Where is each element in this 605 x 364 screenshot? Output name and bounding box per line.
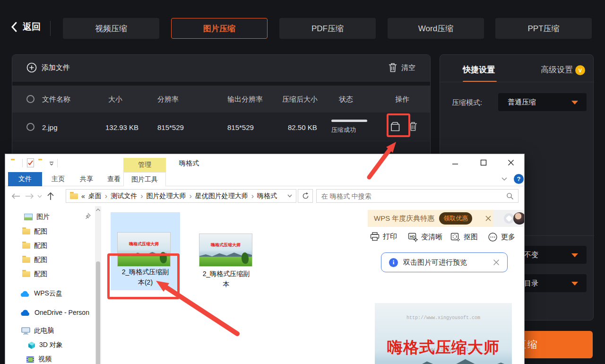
col-filename: 文件名称 [42, 95, 70, 104]
sidebar-item-videos[interactable]: 视频 [26, 353, 52, 364]
sidebar-item-peitu-2[interactable]: 配图 [22, 240, 47, 252]
nav-recent-caret-icon[interactable] [37, 195, 42, 198]
col-compressed-size: 压缩后大小 [282, 95, 318, 104]
wps-banner-promo[interactable]: WPS 年度庆典特惠 领取优惠 [368, 210, 493, 227]
file-label-copy1: 2_嗨格式压缩副本 [191, 269, 261, 289]
maximize-button[interactable] [480, 159, 487, 166]
this-pc-icon [21, 327, 30, 335]
tab-quick-settings[interactable]: 快捷设置 [463, 64, 495, 75]
explorer-titlebar[interactable]: 管理 嗨格式 [5, 154, 525, 172]
banner-text: WPS 年度庆典特惠 [374, 214, 434, 223]
col-output-resolution: 输出分辨率 [227, 95, 263, 104]
sidebar-scrollbar[interactable] [95, 206, 101, 364]
help-button[interactable]: ? [514, 174, 524, 184]
search-input[interactable] [317, 190, 501, 202]
minimize-button[interactable] [452, 160, 458, 167]
ribbon-collapse-icon[interactable] [501, 177, 507, 181]
scroll-up-icon[interactable] [96, 208, 100, 211]
info-icon: i [389, 258, 398, 267]
banner-close-icon[interactable] [485, 216, 491, 221]
breadcrumb-haigeshi[interactable]: 嗨格式 [257, 192, 277, 200]
refresh-button[interactable] [298, 189, 313, 203]
breadcrumb-sep: › [140, 192, 143, 200]
pin-icon [85, 213, 91, 219]
col-status: 状态 [339, 95, 353, 104]
sidebar-item-wps-cloud[interactable]: WPS云盘 [20, 287, 62, 300]
ribbon-tab-share[interactable]: 共享 [73, 172, 100, 186]
table-row[interactable]: 2.jpg 132.93 KB 815*529 815*529 82.50 KB… [12, 113, 430, 142]
mode-dropdown[interactable]: 普通压缩 [498, 93, 587, 111]
tab-pdf-compress[interactable]: PDF压缩 [279, 18, 376, 39]
preview-tooltip: i 双击图片可进行预览 [381, 252, 508, 272]
close-button[interactable] [508, 159, 514, 166]
annotation-box-file-item [107, 253, 180, 299]
tab-video-compress[interactable]: 视频压缩 [63, 18, 159, 39]
select-all-checkbox[interactable] [26, 95, 35, 103]
cutout-button[interactable]: 抠图 [450, 232, 478, 242]
clear-button[interactable]: 清空 [388, 62, 415, 73]
add-file-label: 添加文件 [42, 63, 70, 72]
wps-member-icon[interactable] [504, 213, 514, 224]
row-checkbox[interactable] [26, 123, 35, 131]
tab-ppt-compress[interactable]: PPT压缩 [495, 18, 592, 39]
sidebar-item-peitu-3[interactable]: 配图 [22, 254, 47, 266]
breadcrumb-xingyou[interactable]: 星优图片处理大师 [195, 192, 248, 200]
tab-advanced-settings[interactable]: 高级设置 [541, 64, 573, 75]
preview-image[interactable]: http://www.xingyousoft.com http://www.xi… [375, 303, 512, 364]
sidebar-item-this-pc[interactable]: 此电脑 [21, 325, 54, 337]
cell-filename: 2.jpg [42, 123, 58, 131]
manage-contextual-tab[interactable]: 管理 [123, 158, 166, 172]
refresh-icon [302, 192, 309, 199]
print-button[interactable]: 打印 [370, 232, 397, 241]
file-toolbar: 添加文件 清空 [12, 55, 430, 82]
preview-caption: 嗨格式压缩大师 [375, 337, 512, 358]
sidebar-item-onedrive[interactable]: OneDrive - Person [20, 306, 98, 319]
breadcrumb-sep: › [251, 192, 254, 200]
scrollbar-thumb[interactable] [96, 261, 100, 364]
status-text: 压缩成功 [331, 126, 356, 134]
nav-up-icon[interactable] [47, 192, 54, 200]
table-header: 文件名称 大小 分辨率 输出分辨率 压缩后大小 状态 操作 [12, 86, 430, 113]
tab-image-compress[interactable]: 图片压缩 [171, 18, 268, 39]
tab-word-compress[interactable]: Word压缩 [388, 18, 484, 39]
window-title: 嗨格式 [179, 159, 199, 168]
sidebar-item-peitu-1[interactable]: 配图 [22, 225, 47, 238]
quick-access-check-icon[interactable] [27, 158, 34, 167]
breadcrumb-image-master[interactable]: 图片处理大师 [146, 192, 186, 200]
print-icon [370, 232, 380, 241]
cell-size: 132.93 KB [105, 123, 138, 131]
sidebar-item-3d-objects[interactable]: 3D 对象 [28, 339, 63, 351]
breadcrumb-test-files[interactable]: 测试文件 [111, 192, 137, 200]
search-box[interactable] [316, 189, 519, 203]
ribbon-tab-home[interactable]: 主页 [45, 172, 71, 186]
more-button[interactable]: 更多 [488, 232, 515, 242]
add-file-button[interactable]: 添加文件 [26, 62, 70, 73]
nav-back-icon[interactable] [11, 193, 20, 199]
ribbon-tab-file[interactable]: 文件 [8, 172, 42, 186]
col-size: 大小 [108, 95, 122, 104]
claim-offer-button[interactable]: 领取优惠 [439, 212, 472, 225]
file-thumbnail-copy1[interactable]: 嗨格式压缩大师 [199, 234, 252, 267]
nav-forward-icon[interactable] [25, 193, 35, 199]
enhance-button[interactable]: HD 变清晰 [408, 232, 442, 242]
breadcrumb-desktop[interactable]: 桌面 [88, 192, 102, 200]
qat-customize-caret-icon[interactable] [49, 161, 54, 166]
more-ellipsis-icon [488, 232, 498, 242]
address-bar[interactable]: « 桌面› 测试文件› 图片处理大师› 星优图片处理大师› 嗨格式 [66, 189, 296, 203]
back-button[interactable]: 返回 [10, 21, 41, 33]
settings-tabs-divider [440, 82, 594, 82]
back-label: 返回 [23, 21, 41, 33]
output-dir-caret-icon [571, 282, 578, 286]
ribbon-tab-picture-tools[interactable]: 图片工具 [123, 172, 166, 186]
progress-bar [331, 120, 367, 122]
wps-cloud-icon [20, 290, 30, 297]
folder-icon [22, 257, 30, 263]
sidebar-item-pictures[interactable]: 图片 [24, 211, 50, 223]
mode-label: 压缩模式: [452, 98, 482, 107]
user-avatar[interactable] [513, 212, 525, 225]
address-caret-icon[interactable] [287, 194, 292, 198]
wps-toolbar: 打印 HD 变清晰 抠图 更多 [364, 231, 525, 246]
tooltip-close-icon[interactable] [493, 259, 500, 266]
annotation-box-folder-action [387, 113, 410, 137]
sidebar-item-peitu-4[interactable]: 配图 [22, 268, 47, 280]
